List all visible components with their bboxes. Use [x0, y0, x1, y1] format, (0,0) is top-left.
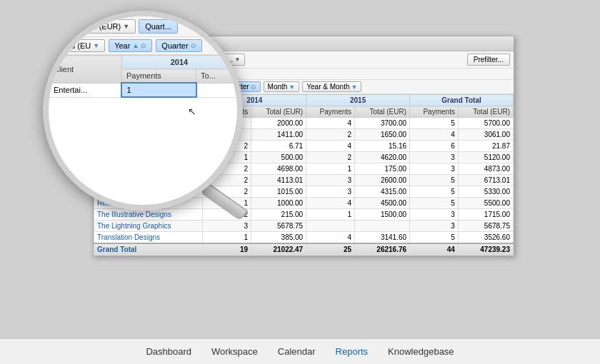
main-container: Client Paym... <Prefilt... Not Linked (E…: [0, 0, 600, 364]
payments-grand-cell: 3: [410, 221, 459, 232]
total-2015-cell: 4620.00: [355, 152, 410, 163]
payments-grand-cell: 5: [410, 186, 459, 198]
mag-year-label: Year: [114, 41, 130, 50]
table-row: Grand Total 19 21022.47 25 26216.76 44 4…: [94, 243, 514, 256]
total-2015-cell: [355, 221, 410, 232]
payments-2015-cell: 4: [306, 141, 355, 152]
payments-2015-cell: 2: [306, 152, 355, 163]
payments-grand-cell: 3: [410, 152, 459, 163]
total-grand-cell: 6713.01: [458, 175, 513, 186]
total-2015-cell: 15.16: [355, 141, 410, 152]
total-2015-cell: 26216.76: [355, 243, 410, 256]
total-2015-cell: 3700.00: [355, 118, 410, 129]
total-grand-cell: 5330.00: [458, 186, 513, 198]
total-2015-cell: 3141.60: [355, 232, 410, 244]
nav-workspace[interactable]: Workspace: [209, 345, 261, 358]
client-cell: Grand Total: [94, 243, 203, 256]
table-row: Translation Designs 1 385.00 4 3141.60 5…: [94, 232, 514, 244]
total-2014-cell: 500.00: [251, 152, 306, 163]
payments-2015-cell: 1: [306, 163, 355, 175]
total-grand-cell: 5500.00: [458, 198, 513, 209]
payments-grand-cell: 3: [410, 209, 459, 221]
payments-2015-cell: [306, 221, 355, 232]
payments-2015-cell: 4: [306, 232, 355, 244]
payments-2015-cell: 3: [306, 186, 355, 198]
mag-total-filter-icon: ▼: [93, 42, 99, 49]
total-2014-cell: 21022.47: [251, 243, 306, 256]
total-grand-cell: 5700.00: [458, 118, 513, 129]
nav-dashboard[interactable]: Dashboard: [143, 345, 194, 358]
total-2014-cell: 6.71: [251, 141, 306, 152]
col-gt-total-header: Total (EUR): [458, 106, 513, 118]
total-grand-cell: 3061.00: [458, 129, 513, 141]
payments-grand-cell: 5: [410, 175, 459, 186]
mag-filter-arrow-icon: ▼: [123, 23, 129, 30]
mag-col-client-header: Client: [49, 56, 122, 84]
col-2015-payments-header: Payments: [306, 106, 355, 118]
client-cell: Translation Designs: [94, 232, 203, 244]
table-row: The Illustrative Designs 2 215.00 1 1500…: [94, 209, 514, 221]
payments-grand-cell: 5: [410, 232, 459, 244]
mag-client-cell: Entertai...: [49, 83, 122, 97]
nav-reports[interactable]: Reports: [333, 345, 371, 358]
payments-grand-cell: 6: [410, 141, 459, 152]
nav-calendar[interactable]: Calendar: [275, 345, 319, 358]
mag-toolbar: Not Linked (EUR) ▼ Quart...: [49, 16, 237, 37]
payments-grand-cell: 5: [410, 198, 459, 209]
mag-highlighted-cell: 1: [121, 83, 196, 97]
group-yearmonth-btn[interactable]: Year & Month ▼: [302, 81, 361, 92]
mag-filter-label: Not Linked (EUR): [59, 22, 121, 31]
client-cell: The Lightning Graphics: [94, 221, 203, 232]
payments-2015-cell: 2: [306, 129, 355, 141]
mag-not-linked-btn[interactable]: Not Linked (EUR) ▼: [53, 19, 136, 34]
prefilter-button[interactable]: Prefilter...: [467, 54, 510, 66]
magnifier-content: Not Linked (EUR) ▼ Quart... Total (EU ▼ …: [49, 16, 237, 205]
col-2015-total-header: Total (EUR): [355, 106, 410, 118]
total-2015-cell: 4315.00: [355, 186, 410, 198]
mag-year-filter-icon: ⊙: [141, 42, 146, 49]
mag-group-row: Total (EU ▼ Year ▲ ⊙ Quarter ⊙: [49, 37, 237, 55]
total-grand-cell: 47239.23: [458, 243, 513, 256]
table-row: The Lightning Graphics 3 5678.75 3 5678.…: [94, 221, 514, 232]
total-2014-cell: 1000.00: [251, 198, 306, 209]
mag-total-btn[interactable]: Total (EU ▼: [53, 39, 105, 52]
mag-col-total-header: To...: [196, 69, 237, 84]
mag-quarter-group-btn[interactable]: Quarter ⊙: [156, 39, 201, 52]
payments-grand-cell: 5: [410, 118, 459, 129]
nav-bar: Dashboard Workspace Calendar Reports Kno…: [0, 338, 600, 364]
payments-2014-cell: 1: [203, 232, 251, 244]
total-2014-cell: 1411.00: [251, 129, 306, 141]
payments-2015-cell: 25: [306, 243, 355, 256]
payments-2014-cell: 3: [203, 221, 251, 232]
total-2014-cell: 385.00: [251, 232, 306, 244]
total-2015-cell: 1500.00: [355, 209, 410, 221]
mag-quarter-group-filter-icon: ⊙: [191, 42, 196, 49]
col-gt-payments-header: Payments: [410, 106, 459, 118]
mag-data-table: Client 2014 Payments To... Entertai... 1: [49, 55, 237, 98]
payments-2015-cell: 4: [306, 198, 355, 209]
month-filter-icon: ▼: [289, 84, 295, 91]
total-grand-cell: 5120.00: [458, 152, 513, 163]
col-grand-total-header: Grand Total: [410, 95, 514, 106]
group-yearmonth-label: Year & Month: [306, 83, 349, 91]
total-2014-cell: 5678.75: [251, 221, 306, 232]
mag-year-sort-icon: ▲: [132, 42, 139, 49]
mag-quarter-btn[interactable]: Quart...: [139, 19, 178, 34]
payments-2015-cell: 4: [306, 118, 355, 129]
mag-col-payments-header: Payments: [121, 69, 196, 84]
col-2014-total-header: Total (EUR): [251, 106, 306, 118]
mag-year-btn[interactable]: Year ▲ ⊙: [109, 39, 152, 52]
mag-col-2014-header: 2014: [121, 56, 236, 69]
payments-2014-cell: 19: [203, 243, 251, 256]
total-2014-cell: 1015.00: [251, 186, 306, 198]
total-2015-cell: 4500.00: [355, 198, 410, 209]
group-month-btn[interactable]: Month ▼: [264, 81, 300, 92]
mag-quarter-label: Quart...: [145, 22, 171, 31]
payments-2015-cell: 3: [306, 175, 355, 186]
total-grand-cell: 3526.60: [458, 232, 513, 244]
total-2015-cell: 175.00: [355, 163, 410, 175]
nav-knowledgebase[interactable]: Knowledgebase: [385, 345, 457, 358]
payments-grand-cell: 3: [410, 163, 459, 175]
total-grand-cell: 5678.75: [458, 221, 513, 232]
client-cell: The Illustrative Designs: [94, 209, 203, 221]
